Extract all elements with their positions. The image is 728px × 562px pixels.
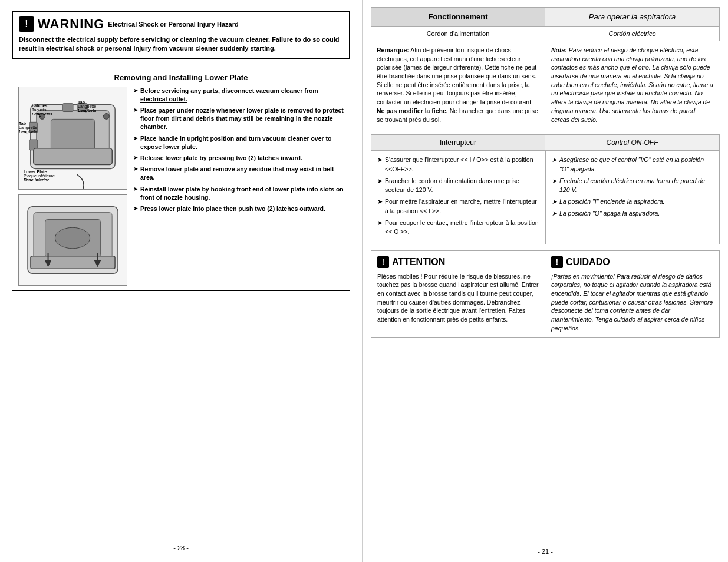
attention-title: ! ATTENTION: [377, 256, 539, 269]
instruction-3: ➤ Place handle in upright position and t…: [133, 134, 344, 151]
interrupteur-text-2: Brancher le cordon d'alimentation dans u…: [385, 177, 539, 196]
cuidado-body: ¡Partes en movimiento! Para reducir el r…: [551, 272, 713, 333]
instruction-text-6: Reinstall lower plate by hooking front e…: [140, 185, 344, 201]
lower-plate-content: LatchesTaquetsLengüetas TabLanguetteLeng…: [18, 87, 344, 286]
ne-pas-modifier: Ne pas modifier la fiche.: [377, 107, 448, 114]
warning-box: ! WARNING Electrical Shock or Personal I…: [12, 11, 350, 59]
arrow-7: ➤: [133, 204, 138, 213]
warning-word: WARNING: [38, 16, 104, 32]
interrupteur-item-1: ➤ S'assurer que l'interrupteur << I / O>…: [377, 156, 539, 174]
remarque-label: Remarque:: [377, 47, 409, 54]
control-item-4: ➤ La posición "O" apaga la aspiradora.: [552, 209, 713, 219]
diagrams: LatchesTaquetsLengüetas TabLanguetteLeng…: [18, 87, 127, 286]
instruction-text-2: Place paper under nozzle whenever lower …: [140, 106, 344, 131]
control-item-2: ➤ Enchufe el cordón eléctrico en una tom…: [552, 177, 713, 196]
left-page: ! WARNING Electrical Shock or Personal I…: [0, 0, 363, 562]
diagram-top-labels: LatchesTaquetsLengüetas TabLanguetteLeng…: [19, 87, 127, 189]
no-altere: No altere la clavija de ninguna manera.: [551, 98, 710, 114]
cuidado-box: ! CUIDADO ¡Partes en movimiento! Para re…: [545, 251, 719, 337]
instruction-text-5: Remove lower plate and remove any residu…: [140, 165, 344, 181]
arrow-5: ➤: [133, 165, 138, 181]
interrupteur-header: Interrupteur: [371, 135, 545, 150]
bullet-arrow-2: ➤: [377, 177, 383, 196]
interrupteur-text-3: Pour mettre l'aspirateur en marche, mett…: [385, 197, 539, 216]
instruction-text-3: Place handle in upright position and tur…: [140, 134, 344, 151]
nota-label: Nota:: [551, 47, 567, 54]
bullet-arrow-3: ➤: [377, 197, 383, 216]
warning-body: Disconnect the electrical supply before …: [19, 35, 343, 54]
cordon-subheader: Cordon d'alimentation: [371, 26, 545, 41]
instruction-6: ➤ Reinstall lower plate by hooking front…: [133, 185, 344, 201]
control-right-col: ➤ Asegúrese de que el control "I/O" esté…: [545, 151, 719, 244]
control-bullet-1: ➤: [552, 156, 557, 174]
arrow-3: ➤: [133, 134, 138, 151]
svg-point-13: [55, 227, 90, 249]
para-operar-header: Para operar la aspiradora: [545, 8, 719, 26]
control-bullet-3: ➤: [552, 197, 557, 207]
instruction-4: ➤ Release lower plate by pressing two (2…: [133, 154, 344, 162]
attention-icon: !: [377, 256, 389, 268]
arrow-1: ➤: [133, 87, 138, 103]
arrow-4: ➤: [133, 154, 138, 162]
warning-title-row: ! WARNING Electrical Shock or Personal I…: [19, 16, 343, 32]
instruction-text-1: Before servicing any parts, disconnect v…: [140, 87, 344, 103]
interrupteur-headers: Interrupteur Control ON-OFF: [371, 135, 719, 150]
instruction-text-4: Release lower plate by pressing two (2) …: [140, 154, 302, 162]
instructions-list: ➤ Before servicing any parts, disconnect…: [133, 87, 344, 286]
remarque-text: Remarque: Afin de prévenir tout risque d…: [371, 41, 545, 128]
attention-word: ATTENTION: [392, 256, 445, 269]
cuidado-title: ! CUIDADO: [551, 256, 713, 269]
control-item-3: ➤ La posición "I" enciende la aspiradora…: [552, 197, 713, 207]
diagram-bottom-svg: [19, 195, 127, 285]
label-tab-top: TabLanguetteLengüeta: [78, 100, 96, 113]
instruction-7: ➤ Press lower plate into place then push…: [133, 204, 344, 213]
arrow-2: ➤: [133, 106, 138, 131]
instruction-1: ➤ Before servicing any parts, disconnect…: [133, 87, 344, 103]
warning-icon: !: [19, 16, 34, 32]
control-text-4: La posición "O" apaga la aspiradora.: [559, 209, 660, 219]
right-page: Fonctionnement Para operar la aspiradora…: [363, 0, 728, 562]
top-grid: Fonctionnement Para operar la aspiradora…: [371, 7, 720, 41]
nota-text: Nota: Para reducir el riesgo de choque e…: [545, 41, 720, 128]
instruction-text-7: Press lower plate into place then push t…: [140, 204, 325, 213]
cuidado-icon: !: [551, 256, 563, 268]
interrupteur-section: Interrupteur Control ON-OFF ➤ S'assurer …: [371, 134, 720, 244]
lower-plate-section: Removing and Installing Lower Plate: [12, 68, 350, 291]
control-text-1: Asegúrese de que el control "I/O" esté e…: [559, 156, 713, 174]
control-text-2: Enchufe el cordón eléctrico en una toma …: [559, 177, 713, 196]
svg-rect-14: [31, 256, 115, 269]
interrupteur-body: ➤ S'assurer que l'interrupteur << I / O>…: [371, 150, 719, 244]
warning-subtitle: Electrical Shock or Personal Injury Haza…: [108, 21, 238, 28]
control-text-3: La posición "I" enciende la aspiradora.: [559, 197, 665, 207]
attention-body: Pièces mobiles ! Pour réduire le risque …: [377, 272, 539, 324]
instruction-2: ➤ Place paper under nozzle whenever lowe…: [133, 106, 344, 131]
label-tab-left: TabLanguetteLengüeta: [19, 121, 37, 134]
cordon-electrico-subheader: Cordón eléctrico: [545, 26, 719, 41]
attention-box: ! ATTENTION Pièces mobiles ! Pour réduir…: [371, 251, 545, 337]
diagram-top: LatchesTaquetsLengüetas TabLanguetteLeng…: [18, 87, 127, 190]
interrupteur-left-col: ➤ S'assurer que l'interrupteur << I / O>…: [371, 151, 545, 244]
interrupteur-text-1: S'assurer que l'interrupteur << I / O>> …: [385, 156, 539, 174]
label-lower-plate: Lower PlatePlaque inférieureBase inferio…: [24, 170, 55, 182]
fonctionnement-header: Fonctionnement: [371, 8, 545, 26]
interrupteur-item-4: ➤ Pour couper le contact, mettre l'inter…: [377, 219, 539, 237]
right-body: Remarque: Afin de prévenir tout risque d…: [371, 41, 720, 128]
instruction-5: ➤ Remove lower plate and remove any resi…: [133, 165, 344, 181]
arrow-6: ➤: [133, 185, 138, 201]
cuidado-word: CUIDADO: [566, 256, 610, 269]
interrupteur-text-4: Pour couper le contact, mettre l'interru…: [385, 219, 539, 237]
bullet-arrow-1: ➤: [377, 156, 383, 174]
bottom-grid: ! ATTENTION Pièces mobiles ! Pour réduir…: [371, 250, 720, 338]
bullet-arrow-4: ➤: [377, 219, 383, 237]
label-latches: LatchesTaquetsLengüetas: [32, 104, 52, 116]
control-bullet-4: ➤: [552, 209, 557, 219]
interrupteur-item-2: ➤ Brancher le cordon d'alimentation dans…: [377, 177, 539, 196]
interrupteur-item-3: ➤ Pour mettre l'aspirateur en marche, me…: [377, 197, 539, 216]
control-bullet-2: ➤: [552, 177, 557, 196]
control-onoff-header: Control ON-OFF: [545, 135, 719, 150]
diagram-bottom: [18, 194, 127, 286]
control-item-1: ➤ Asegúrese de que el control "I/O" esté…: [552, 156, 713, 174]
lower-plate-title: Removing and Installing Lower Plate: [18, 73, 344, 82]
right-page-number: - 21 -: [371, 543, 720, 555]
left-page-number: - 28 -: [12, 544, 350, 551]
